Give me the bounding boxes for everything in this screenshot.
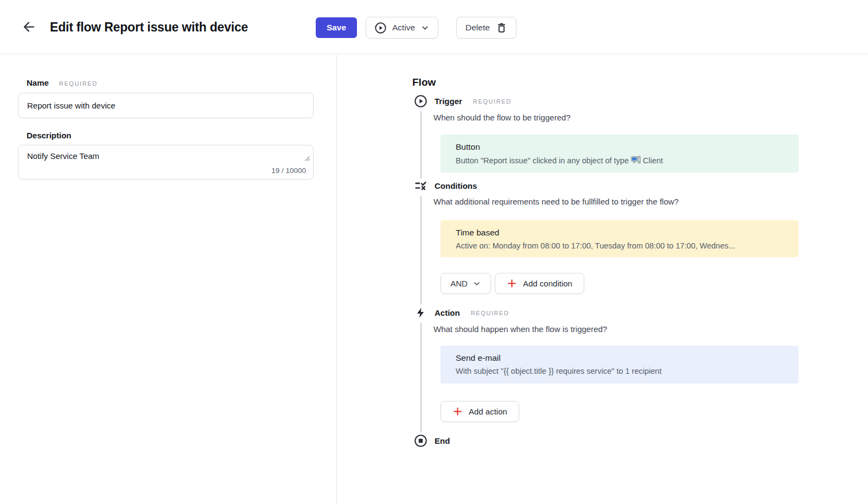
conditions-label: Conditions	[435, 181, 477, 190]
page-header: Edit flow Report issue with device Save …	[0, 0, 868, 54]
end-label: End	[435, 436, 450, 445]
action-required-badge: REQUIRED	[471, 310, 509, 316]
status-dropdown-label: Active	[392, 23, 415, 33]
flow-connector-line	[420, 323, 422, 432]
flow-connector-line	[420, 111, 422, 178]
chevron-down-icon	[420, 23, 430, 33]
trigger-required-badge: REQUIRED	[473, 98, 512, 105]
flow-section-title: Flow	[412, 76, 436, 88]
page-title: Edit flow Report issue with device	[50, 0, 248, 54]
play-circle-icon	[413, 94, 427, 108]
operator-label: AND	[450, 279, 468, 288]
action-card-description: With subject "{{ object.title }} require…	[456, 367, 783, 375]
description-label-row: Description	[27, 131, 72, 140]
status-dropdown[interactable]: Active	[366, 17, 438, 39]
arrow-left-icon	[22, 20, 36, 36]
description-field-wrap: Notify Service Team 19 / 10000	[18, 145, 314, 180]
plus-icon	[452, 406, 463, 417]
conditions-question: What additional requirements need to be …	[433, 197, 679, 206]
name-input[interactable]	[18, 93, 314, 118]
trash-icon	[496, 22, 507, 34]
stop-circle-icon	[413, 434, 427, 448]
action-question: What should happen when the flow is trig…	[433, 324, 607, 334]
name-label: Name	[27, 78, 49, 87]
play-circle-icon	[374, 22, 387, 34]
trigger-card-description: Button "Report issue" clicked in any obj…	[456, 156, 783, 166]
bolt-icon	[413, 306, 427, 320]
add-condition-button[interactable]: Add condition	[495, 273, 584, 294]
action-card[interactable]: Send e-mail With subject "{{ object.titl…	[441, 346, 799, 384]
desktop-computer-icon	[631, 157, 641, 166]
delete-button-label: Delete	[465, 23, 490, 33]
action-label: Action	[435, 308, 460, 317]
flow-connector-line	[420, 196, 422, 304]
trigger-card-title: Button	[456, 142, 783, 152]
conditions-icon	[413, 179, 427, 193]
trigger-step-header: Trigger REQUIRED	[413, 94, 512, 108]
conditions-step-header: Conditions	[413, 179, 477, 193]
back-button[interactable]	[21, 20, 37, 36]
action-step-header: Action REQUIRED	[413, 306, 509, 320]
condition-card-title: Time based	[456, 228, 783, 238]
name-label-row: Name REQUIRED	[27, 78, 98, 87]
add-condition-label: Add condition	[523, 279, 572, 288]
end-step-header: End	[413, 434, 450, 448]
panel-divider	[336, 55, 337, 504]
action-card-title: Send e-mail	[456, 353, 783, 363]
flow-editor-page: Edit flow Report issue with device Save …	[0, 0, 868, 504]
add-action-label: Add action	[469, 407, 507, 416]
plus-icon	[507, 278, 517, 289]
add-action-button[interactable]: Add action	[441, 401, 519, 422]
condition-operator-dropdown[interactable]: AND	[441, 273, 491, 294]
save-button[interactable]: Save	[316, 17, 357, 38]
description-textarea[interactable]: Notify Service Team	[18, 145, 314, 180]
delete-button[interactable]: Delete	[456, 17, 516, 39]
name-required-badge: REQUIRED	[59, 80, 98, 87]
trigger-card[interactable]: Button Button "Report issue" clicked in …	[441, 135, 799, 173]
description-label: Description	[27, 131, 72, 140]
condition-card[interactable]: Time based Active on: Monday from 08:00 …	[441, 220, 799, 257]
chevron-down-icon	[473, 279, 481, 288]
trigger-question: When should the flow to be triggered?	[433, 113, 571, 122]
condition-card-description: Active on: Monday from 08:00 to 17:00, T…	[456, 241, 783, 250]
trigger-label: Trigger	[435, 97, 462, 106]
